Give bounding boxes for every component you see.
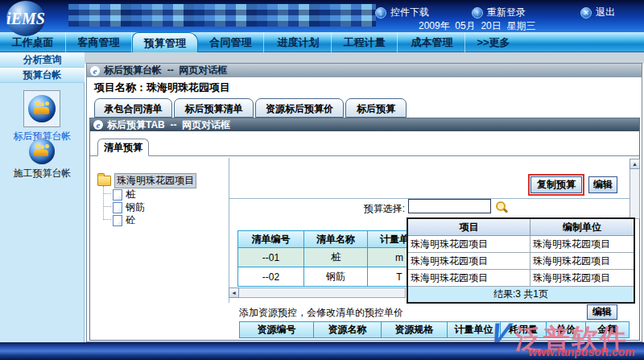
popup-row[interactable]: 珠海明珠花园项目 珠海明珠花园项目 [408,253,634,270]
sidebar-section-budget-ledger[interactable]: 预算台帐 [0,68,85,83]
panel-divider [229,158,229,303]
lookup-magnifier-icon[interactable] [494,200,508,213]
cell-name: 桩 [303,247,368,267]
people-heads-icon [35,101,39,106]
copy-budget-button[interactable]: 复制预算 [530,176,582,193]
nav-tab-cost[interactable]: 成本管理 [399,32,465,52]
people-bodies-icon [34,150,48,156]
people-heads-icon [35,144,39,148]
popup-cell: 珠海明珠花园项目 [408,270,530,287]
tree-connector-line [103,193,111,195]
tab-contract-list[interactable]: 承包合同清单 [94,98,172,118]
nav-tab-measurement[interactable]: 工程计量 [332,32,398,52]
inner-dialog-titlebar: e 标后预算TAB -- 网页对话框 [90,118,639,131]
budget-select-label: 预算选择: [322,202,405,216]
outer-dialog-titlebar: e 标后预算台帐 -- 网页对话框 [87,64,642,77]
iems-logo: iEMS [6,1,45,36]
inner-dialog-title: 标后预算TAB -- 网页对话框 [107,118,230,132]
content-backdrop [85,52,644,64]
people-bodies-icon [34,107,49,114]
relogin-link[interactable]: ↑ 重新登录 [472,6,526,19]
tree-connector-line [103,219,111,221]
tree-item-pile[interactable]: 桩 [113,188,135,201]
popup-col-project: 项目 [408,219,530,236]
popup-cell: 珠海明珠花园项目 [530,270,634,287]
sidebar-section-analysis[interactable]: 分析查询 [0,52,85,68]
popup-row[interactable]: 珠海明珠花园项目 珠海明珠花园项目 [408,270,634,287]
tree-root-project[interactable]: 珠海明珠花园项目 [97,173,196,188]
list-table-header-row: 清单编号 清单名称 计量单位 [237,230,431,248]
tree-connector-line [103,186,105,220]
nav-tab-budget[interactable]: 预算管理 [132,32,198,52]
popup-col-unit: 编制单位 [530,219,634,236]
exit-icon: ✕ [580,7,592,19]
res-col-spec: 资源规格 [381,321,448,338]
list-col-name: 清单名称 [303,230,368,248]
folder-icon [97,176,111,186]
budget-select-input[interactable] [408,199,491,213]
nav-tab-customer[interactable]: 客商管理 [66,32,132,52]
popup-cell: 珠海明珠花园项目 [408,253,530,270]
exit-label: 退出 [596,6,615,19]
sidebar-item-construction-ledger-label[interactable]: 施工预算台帐 [0,167,85,180]
inner-tab-list-budget[interactable]: 清单预算 [97,139,149,156]
tree-root-label: 珠海明珠花园项目 [114,173,196,188]
project-name-label: 项目名称：珠海明珠花园项目 [94,81,230,95]
nav-tab-workspace[interactable]: 工作桌面 [0,32,66,52]
res-col-name: 资源名称 [313,321,382,338]
nav-tab-more[interactable]: >>更多 [465,32,522,52]
redacted-mosaic-block [68,4,376,27]
list-table-row[interactable]: --01 桩 m [237,247,431,267]
edit-button[interactable]: 编辑 [588,176,617,193]
outer-dialog-title: 标后预算台帐 -- 网页对话框 [104,64,227,77]
horizontal-scrollbar[interactable] [229,288,406,298]
tab-underline [90,155,639,156]
nav-tab-contract[interactable]: 合同管理 [198,32,264,52]
ie-icon: e [90,66,100,76]
tree-connector-line [103,206,111,208]
tab-postbid-budget-list[interactable]: 标后预算清单 [174,98,254,118]
budget-lookup-popup: 项目 编制单位 珠海明珠花园项目 珠海明珠花园项目 珠海明珠花园项目 珠海明珠花… [407,217,635,304]
download-control-link[interactable]: ↓ 控件下载 [375,6,429,19]
cell-code: --02 [237,267,304,287]
relogin-label: 重新登录 [487,6,526,19]
nav-tab-schedule[interactable]: 进度计划 [266,32,332,52]
page-icon [113,215,122,226]
watermark-url: www.fanpusoft.com [528,346,634,358]
tree-item-label: 桩 [126,188,135,201]
popup-cell: 珠海明珠花园项目 [530,236,634,253]
tree-item-label: 砼 [126,213,135,227]
scroll-left-button[interactable]: ◄ [229,288,239,298]
tab-resource-postbid-price[interactable]: 资源标后预算价 [255,98,344,118]
resource-edit-button[interactable]: 编辑 [587,304,617,320]
tab-postbid-budget[interactable]: 标后预算 [345,98,407,118]
popup-cell: 珠海明珠花园项目 [408,236,530,253]
scroll-up-button[interactable]: ▲ [630,159,640,169]
ie-icon: e [93,120,103,130]
cell-code: --01 [237,247,304,267]
cell-name: 钢筋 [303,267,368,287]
download-control-label: 控件下载 [390,6,429,19]
page-icon [113,189,122,201]
resource-precontrol-note: 添加资源预控，会修改清单的预控单价 [239,306,403,320]
app-window: iEMS ↓ 控件下载 ↑ 重新登录 ✕ 退出 2009年 05月 20日 星期… [0,0,644,360]
logo-text: iEMS [6,10,45,28]
popup-cell: 珠海明珠花园项目 [530,253,634,270]
relogin-icon: ↑ [472,7,483,19]
list-col-code: 清单编号 [237,230,304,248]
list-table-row[interactable]: --02 钢筋 T [237,267,431,287]
tree-item-rebar[interactable]: 钢筋 [113,201,145,214]
download-icon: ↓ [375,7,386,19]
current-date: 2009年 05月 20日 星期三 [419,19,535,33]
res-col-code: 资源编号 [239,321,314,338]
page-icon [113,202,122,213]
exit-link[interactable]: ✕ 退出 [580,6,615,19]
group-sphere-icon [28,95,56,122]
popup-result-summary: 结果:3 共1页 [408,287,634,302]
tree-item-label: 钢筋 [126,201,145,214]
popup-row[interactable]: 珠海明珠花园项目 珠海明珠花园项目 [408,236,634,253]
sidebar-item-construction-ledger[interactable] [29,139,55,164]
sidebar-item-postbid-ledger[interactable] [23,90,60,127]
tree-item-concrete[interactable]: 砼 [113,213,135,227]
